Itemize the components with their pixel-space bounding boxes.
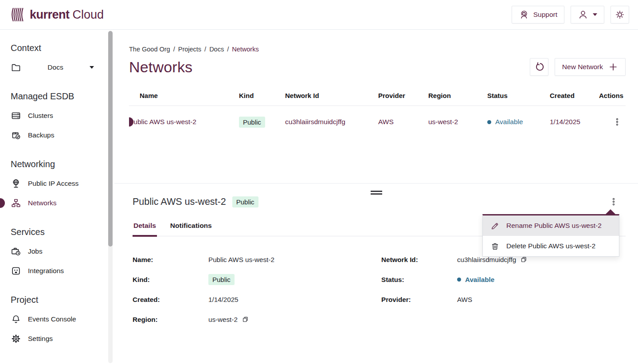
sidebar-item-label: Clusters [28,112,53,120]
sidebar-item-settings[interactable]: Settings [11,329,99,348]
row-actions-kebab-icon[interactable] [611,115,624,129]
column-header-region: Region [428,92,487,106]
briefcase-clock-icon [11,246,21,257]
sidebar-item-label: Settings [28,335,53,343]
copy-icon[interactable] [520,256,528,263]
sidebar-item-label: Integrations [28,267,64,275]
sidebar-item-events-console[interactable]: Events Console [11,309,99,329]
field-label-region: Region: [133,316,208,323]
sidebar-item-backups[interactable]: Backups [11,125,99,145]
field-value-created: 1/14/2025 [208,296,381,303]
kurrent-waves-icon [11,7,26,22]
breadcrumb-org[interactable]: The Good Org [129,46,170,53]
table-row[interactable]: Public AWS us-west-2 Public cu3hlaiirsdm… [129,106,626,138]
topbar: kurrent Cloud Support [0,0,638,30]
active-indicator [0,198,5,208]
support-button[interactable]: Support [512,6,564,23]
breadcrumb-projects[interactable]: Projects [178,46,201,53]
field-label-network-id: Network Id: [381,256,457,263]
field-value-status: Available [457,276,494,283]
sidebar-heading-context: Context [11,43,99,53]
cell-name: Public AWS us-west-2 [129,118,239,126]
network-tree-icon [11,198,21,208]
sidebar-heading-managed-esdb: Managed ESDB [11,91,99,102]
server-icon [11,110,21,121]
page-title: Networks [129,59,192,76]
detail-fields: Name: Public AWS us-west-2 Network Id: c… [133,250,626,329]
cell-region: us-west-2 [428,118,487,126]
sidebar-item-public-ip-access[interactable]: Public IP Access [11,174,99,193]
person-icon [578,9,588,20]
caret-down-icon [90,66,94,69]
sidebar: Context Docs Managed ESDB Clusters [0,30,114,364]
kind-badge: Public [239,117,265,128]
field-label-provider: Provider: [381,296,457,303]
column-header-name: Name [129,92,239,106]
sidebar-item-integrations[interactable]: Integrations [11,261,99,281]
sidebar-heading-services: Services [11,227,99,237]
detail-title: Public AWS us-west-2 [133,196,226,207]
tab-details[interactable]: Details [133,222,157,236]
sun-icon [615,9,625,20]
brand-suffix: Cloud [73,8,104,22]
caret-down-icon [593,13,597,16]
user-menu-button[interactable] [571,6,604,23]
sidebar-item-jobs[interactable]: Jobs [11,242,99,261]
field-label-status: Status: [381,276,457,283]
cell-status: Available [487,118,550,126]
field-label-kind: Kind: [133,276,208,283]
brand-logo[interactable]: kurrent Cloud [11,7,104,22]
sidebar-item-label: Public IP Access [28,180,78,188]
sidebar-item-label: Networks [28,199,57,207]
main-content: The Good Org/Projects/Docs/Networks Netw… [114,30,638,364]
column-header-actions: Actions [599,92,626,106]
actions-context-menu: Rename Public AWS us-west-2 Delete Publi… [482,214,619,257]
gear-icon [11,333,21,344]
status-dot [457,278,461,282]
breadcrumb-separator: / [204,46,206,53]
globe-stand-icon [11,178,21,189]
detail-kind-badge: Public [232,196,258,207]
outlet-icon [11,266,21,276]
new-network-label: New Network [562,63,603,71]
detail-actions-kebab-icon[interactable] [607,195,620,208]
menu-item-label: Rename Public AWS us-west-2 [506,222,602,230]
breadcrumb-separator: / [227,46,229,53]
field-label-name: Name: [133,256,208,263]
column-header-provider: Provider [378,92,428,106]
support-label: Support [533,11,557,19]
refresh-button[interactable] [530,58,548,76]
context-selector[interactable]: Docs [11,58,94,77]
new-network-button[interactable]: New Network [555,58,626,76]
sidebar-item-label: Backups [28,131,54,139]
tab-notifications[interactable]: Notifications [169,222,213,236]
sidebar-item-label: Events Console [28,315,76,323]
breadcrumb-project-docs[interactable]: Docs [209,46,224,53]
sidebar-item-label: Jobs [28,247,43,255]
menu-item-rename[interactable]: Rename Public AWS us-west-2 [483,215,619,236]
status-label: Available [495,118,523,126]
menu-item-delete[interactable]: Delete Public AWS us-west-2 [483,236,619,256]
refresh-ccw-icon [533,61,545,73]
sidebar-heading-project: Project [11,295,99,305]
context-selected-value: Docs [21,63,90,71]
plus-icon [608,62,618,72]
menu-item-label: Delete Public AWS us-west-2 [506,242,595,250]
breadcrumb-current: Networks [232,46,258,53]
breadcrumb: The Good Org/Projects/Docs/Networks [129,46,626,53]
panel-resize-handle[interactable] [370,188,383,197]
sidebar-scrollbar-thumb[interactable] [108,31,113,247]
sidebar-scrollbar-track [108,31,113,363]
cell-provider: AWS [378,118,428,126]
sidebar-item-networks[interactable]: Networks [11,193,99,213]
field-label-created: Created: [133,296,208,303]
network-detail-panel: Public AWS us-west-2 Public Details Noti… [114,184,638,364]
field-value-network-id: cu3hlaiirsdmuidcjffg [457,256,516,263]
backup-box-check-icon [11,130,21,141]
headset-icon [519,10,529,20]
theme-toggle-button[interactable] [611,6,629,23]
brand-name: kurrent [30,8,70,22]
sidebar-item-clusters[interactable]: Clusters [11,106,99,125]
cell-network-id: cu3hlaiirsdmuidcjffg [285,118,378,126]
copy-icon[interactable] [242,316,249,323]
